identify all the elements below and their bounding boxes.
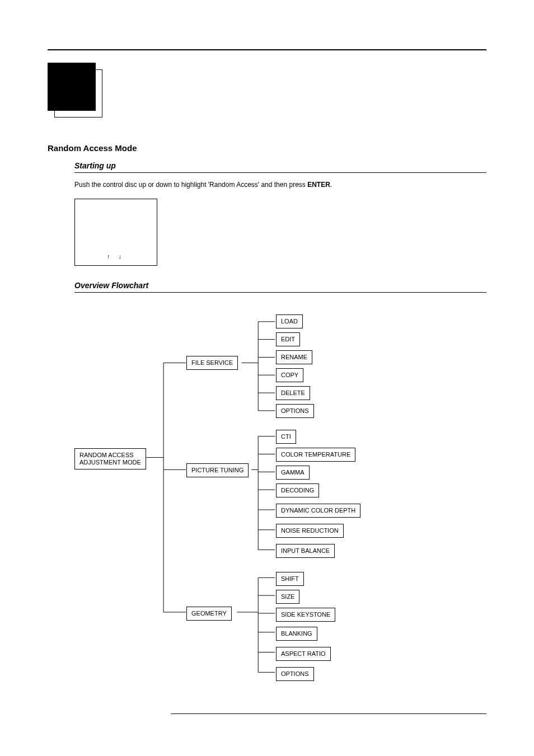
node-options-1: OPTIONS [276, 404, 314, 418]
bottom-rule [171, 713, 486, 714]
node-blanking: BLANKING [276, 627, 317, 641]
menu-arrows: ↑ ↓ [75, 253, 157, 260]
subheading-overview-flowchart: Overview Flowchart [74, 281, 148, 290]
node-noise-reduction: NOISE REDUCTION [276, 524, 344, 538]
node-size: SIZE [276, 590, 299, 604]
node-file-service: FILE SERVICE [186, 356, 238, 370]
node-cti: CTI [276, 430, 296, 444]
menu-illustration-box: ↑ ↓ [74, 199, 157, 266]
node-edit: EDIT [276, 332, 300, 346]
node-geometry: GEOMETRY [186, 607, 232, 621]
node-rename: RENAME [276, 350, 312, 364]
node-color-temperature: COLOR TEMPERATURE [276, 448, 355, 462]
overview-flowchart: RANDOM ACCESSADJUSTMENT MODE FILE SERVIC… [74, 304, 486, 707]
node-shift: SHIFT [276, 572, 304, 586]
node-load: LOAD [276, 314, 303, 328]
body-text-enter: ENTER [307, 181, 330, 189]
node-input-balance: INPUT BALANCE [276, 544, 335, 558]
body-text-pre: Push the control disc up or down to high… [74, 181, 307, 189]
node-aspect-ratio: ASPECT RATIO [276, 647, 331, 661]
top-rule [48, 49, 486, 50]
node-dynamic-color-depth: DYNAMIC COLOR DEPTH [276, 504, 360, 518]
node-copy: COPY [276, 368, 303, 382]
body-text: Push the control disc up or down to high… [74, 181, 486, 189]
subheading-starting-up: Starting up [74, 161, 116, 170]
node-gamma: GAMMA [276, 466, 310, 480]
node-options-2: OPTIONS [276, 667, 314, 681]
section-title: Random Access Mode [48, 143, 486, 153]
node-side-keystone: SIDE KEYSTONE [276, 608, 335, 622]
node-decoding: DECODING [276, 483, 319, 497]
node-root: RANDOM ACCESSADJUSTMENT MODE [74, 448, 146, 469]
node-picture-tuning: PICTURE TUNING [186, 463, 249, 477]
section-icon [48, 63, 104, 119]
subheading-row: Overview Flowchart [74, 280, 486, 293]
node-delete: DELETE [276, 386, 310, 400]
body-text-post: . [330, 181, 332, 189]
subheading-row: Starting up [74, 161, 486, 173]
